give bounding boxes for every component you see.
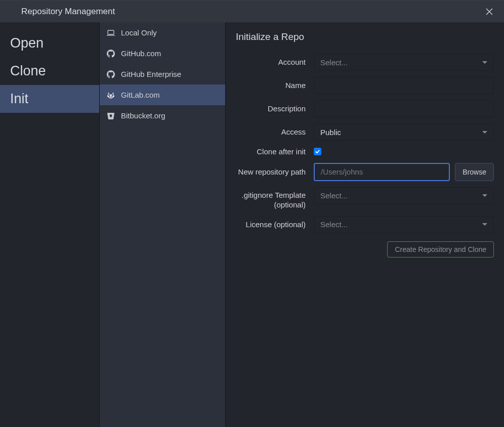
chevron-down-icon [482, 194, 487, 197]
gitlab-icon [107, 91, 115, 99]
header-title: Repository Management [21, 7, 115, 17]
chevron-down-icon [482, 131, 487, 134]
description-label: Description [236, 104, 314, 114]
provider-local-only[interactable]: Local Only [100, 22, 225, 43]
content-title: Initialize a Repo [236, 31, 494, 42]
gitignore-select[interactable]: Select... [314, 187, 494, 204]
provider-bitbucket-org[interactable]: Bitbucket.org [100, 105, 225, 126]
close-icon [486, 8, 493, 15]
provider-github-com[interactable]: GitHub.com [100, 43, 225, 64]
left-sidebar: Open Clone Init [0, 22, 100, 427]
check-icon [315, 149, 320, 154]
license-select-value: Select... [320, 220, 348, 229]
provider-github-enterprise[interactable]: GitHub Enterprise [100, 64, 225, 84]
provider-label: Local Only [121, 28, 157, 37]
provider-sidebar: Local Only GitHub.com GitHub Enterprise … [100, 22, 226, 427]
github-icon [107, 50, 115, 58]
gitignore-select-value: Select... [320, 191, 348, 200]
gitignore-label: .gitignore Template (optional) [236, 187, 314, 210]
header-bar: Repository Management [0, 1, 504, 22]
license-select[interactable]: Select... [314, 216, 494, 233]
name-label: Name [236, 80, 314, 91]
repo-path-input[interactable] [314, 163, 450, 181]
clone-after-label: Clone after init [236, 147, 314, 157]
bitbucket-icon [107, 112, 115, 120]
tab-clone[interactable]: Clone [0, 57, 99, 85]
provider-label: GitHub.com [121, 49, 161, 58]
license-label: License (optional) [236, 220, 314, 230]
close-button[interactable] [485, 7, 494, 16]
account-label: Account [236, 57, 314, 67]
chevron-down-icon [482, 61, 487, 64]
provider-label: GitLab.com [121, 91, 160, 99]
github-icon [107, 70, 115, 78]
provider-label: Bitbucket.org [121, 111, 165, 120]
tab-open[interactable]: Open [0, 29, 99, 57]
provider-label: GitHub Enterprise [121, 70, 181, 78]
tab-init[interactable]: Init [0, 85, 99, 113]
content-panel: Initialize a Repo Account Select... Name… [226, 22, 504, 427]
account-select[interactable]: Select... [314, 54, 494, 71]
repo-path-label: New repository path [236, 167, 314, 177]
browse-button[interactable]: Browse [455, 163, 494, 181]
provider-gitlab-com[interactable]: GitLab.com [100, 84, 225, 105]
laptop-icon [107, 29, 115, 37]
chevron-down-icon [482, 223, 487, 226]
account-select-value: Select... [320, 58, 348, 67]
create-repository-button[interactable]: Create Repository and Clone [387, 241, 494, 258]
name-input[interactable] [314, 77, 494, 94]
access-select-value: Public [320, 128, 341, 137]
description-input[interactable] [314, 100, 494, 117]
svg-rect-0 [108, 30, 114, 34]
access-select[interactable]: Public [314, 123, 494, 141]
clone-after-checkbox[interactable] [314, 148, 321, 155]
access-label: Access [236, 127, 314, 137]
